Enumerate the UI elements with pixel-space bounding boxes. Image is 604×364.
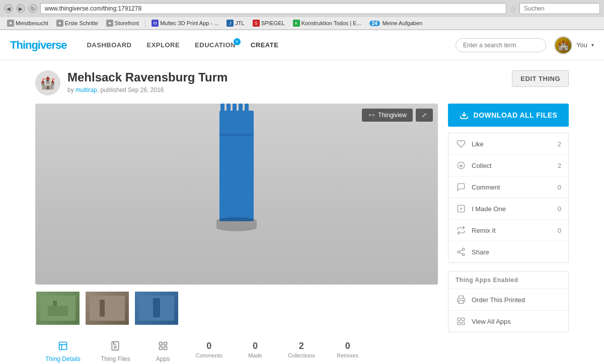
badge: 24 (369, 21, 380, 26)
site-search[interactable] (456, 38, 546, 52)
bookmark-multec[interactable]: M Multec 3D Print App - ... (148, 19, 221, 28)
page: Thingiverse DASHBOARD EXPLORE EDUCATION … (0, 30, 604, 364)
collections-tab-label: Collections (288, 352, 315, 358)
thumb-image-2 (86, 292, 129, 325)
tab-thing-files[interactable]: Thing Files (91, 336, 140, 364)
nav-education-label: EDUCATION (195, 41, 236, 49)
printer-icon (456, 294, 467, 305)
edit-thing-button[interactable]: EDIT THING (512, 70, 569, 87)
action-like[interactable]: Like 2 (448, 133, 568, 155)
svg-line-32 (460, 252, 462, 254)
bookmark-icon: M (152, 20, 159, 27)
main-nav: DASHBOARD EXPLORE EDUCATION + CREATE (87, 41, 456, 49)
content-sidebar: DOWNLOAD ALL FILES Like 2 (448, 104, 569, 364)
bookmark-icon: ★ (7, 20, 14, 27)
thing-user-avatar: 🏰 (35, 70, 60, 96)
refresh-button[interactable]: ↻ (28, 4, 37, 13)
bookmark-konstruktion[interactable]: K Konstruktion Todos | E... (290, 19, 364, 28)
browser-toolbar: ◀ ▶ ↻ ☆ (0, 0, 604, 17)
comment-icon (456, 181, 467, 193)
tower-container (216, 104, 257, 285)
comment-label: Comment (472, 184, 558, 191)
made-count: 0 (253, 341, 258, 351)
comments-count: 0 (206, 341, 211, 351)
tab-made[interactable]: 0 Made (233, 336, 278, 364)
thingiview-button[interactable]: 👓 Thingiview (362, 109, 413, 122)
svg-rect-12 (100, 300, 105, 317)
thumb-image-3 (135, 292, 178, 325)
download-icon (460, 111, 469, 120)
user-menu[interactable]: 🏰 You ▾ (554, 36, 594, 54)
download-all-button[interactable]: DOWNLOAD ALL FILES (448, 104, 569, 127)
thingiview-label: Thingiview (378, 112, 407, 119)
app-view-all[interactable]: View All Apps (448, 311, 568, 332)
bookmark-erste-schritte[interactable]: ● Erste Schritte (53, 19, 101, 28)
bookmark-meistbesucht[interactable]: ★ Meistbesucht (4, 19, 51, 28)
bookmark-label: Konstruktion Todos | E... (301, 20, 361, 26)
bookmark-jtl[interactable]: J JTL (223, 19, 247, 28)
browser-chrome: ◀ ▶ ↻ ☆ ★ Meistbesucht ● Erste Schritte … (0, 0, 604, 30)
made-count: 0 (558, 205, 561, 213)
thing-author[interactable]: multirap (76, 86, 97, 94)
thumbnail-3[interactable] (134, 291, 179, 326)
tab-thing-details[interactable]: Thing Details (35, 336, 91, 364)
glasses-icon: 👓 (368, 112, 375, 119)
bookmark-star[interactable]: ☆ (509, 4, 516, 14)
image-viewer: 👓 Thingiview ⤢ (35, 104, 438, 285)
action-collect[interactable]: Collect 2 (448, 155, 568, 176)
tab-apps[interactable]: Apps (140, 336, 186, 364)
apps-tab-icon (158, 341, 168, 353)
nav-explore[interactable]: EXPLORE (146, 41, 180, 49)
thumbnail-1[interactable] (35, 291, 81, 326)
tabs-bar: Thing Details Thing Files Apps (35, 336, 438, 364)
thumbnails (35, 291, 438, 326)
thing-published: published Sep 26, 2016 (100, 86, 164, 94)
back-button[interactable]: ◀ (4, 4, 13, 13)
divider (145, 19, 145, 27)
collect-icon (456, 160, 467, 171)
user-caret-icon: ▾ (591, 42, 594, 48)
action-made[interactable]: I Made One 0 (448, 198, 568, 220)
bookmark-label: JTL (235, 20, 244, 26)
action-share[interactable]: Share (448, 241, 568, 262)
svg-rect-21 (159, 342, 162, 345)
action-remix[interactable]: Remix It 0 (448, 220, 568, 241)
nav-create[interactable]: CREATE (251, 41, 278, 49)
forward-button[interactable]: ▶ (16, 4, 25, 13)
bookmark-spiegel[interactable]: S SPIEGEL (250, 19, 288, 28)
apps-section: Thing Apps Enabled Order This Printed Vi… (448, 271, 569, 332)
bookmark-storefront[interactable]: ● Storefront (103, 19, 142, 28)
thing-title: Mehlsack Ravensburg Turm (67, 70, 512, 84)
remixes-count: 0 (345, 341, 350, 351)
nav-education[interactable]: EDUCATION + (195, 41, 236, 49)
nav-dashboard[interactable]: DASHBOARD (87, 41, 131, 49)
tab-collections[interactable]: 2 Collections (278, 336, 325, 364)
svg-rect-10 (48, 306, 68, 316)
avatar: 🏰 (554, 36, 572, 54)
thing-header: 🏰 Mehlsack Ravensburg Turm by multirap, … (35, 70, 569, 96)
action-list: Like 2 Collect 2 (448, 133, 569, 263)
action-comment[interactable]: Comment 0 (448, 176, 568, 198)
collect-label: Collect (472, 162, 558, 169)
share-icon (456, 246, 467, 257)
app-order-printed[interactable]: Order This Printed (448, 289, 568, 311)
tab-remixes[interactable]: 0 Remixes (325, 336, 370, 364)
fullscreen-button[interactable]: ⤢ (416, 109, 433, 122)
bookmark-icon: S (253, 20, 260, 27)
avatar-image: 🏰 (555, 37, 571, 53)
site-logo[interactable]: Thingiverse (10, 39, 66, 52)
url-bar[interactable] (40, 3, 506, 14)
education-badge: + (234, 38, 241, 45)
thumb-image-1 (36, 292, 80, 325)
svg-rect-34 (459, 301, 464, 304)
thumbnail-2[interactable] (85, 291, 130, 326)
bookmark-meine-aufgaben[interactable]: 24 Meine Aufgaben (366, 19, 426, 27)
bookmark-icon: ● (56, 20, 63, 27)
bookmark-label: Erste Schritte (65, 20, 98, 26)
by-label: by (67, 86, 74, 94)
tab-comments[interactable]: 0 Comments (186, 336, 233, 364)
browser-search[interactable] (519, 3, 600, 14)
like-label: Like (472, 140, 558, 148)
svg-rect-6 (219, 134, 254, 136)
remix-label: Remix It (472, 227, 558, 234)
